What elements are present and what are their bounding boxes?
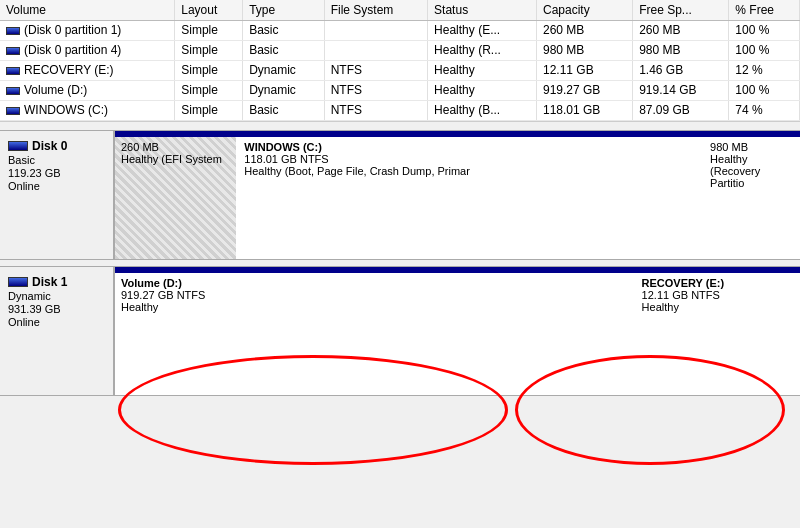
cell-free: 919.14 GB — [633, 80, 729, 100]
partition-name: WINDOWS (C:) — [244, 141, 696, 153]
disk-label-disk1: Disk 1Dynamic931.39 GBOnline — [0, 267, 115, 395]
col-free[interactable]: Free Sp... — [633, 0, 729, 20]
cell-free: 980 MB — [633, 40, 729, 60]
disk-row-icon — [6, 47, 20, 55]
cell-status: Healthy — [428, 80, 537, 100]
cell-free: 87.09 GB — [633, 100, 729, 120]
cell-volume: (Disk 0 partition 4) — [0, 40, 175, 60]
partition-disk0-p2[interactable]: WINDOWS (C:)118.01 GB NTFSHealthy (Boot,… — [238, 137, 704, 259]
col-type[interactable]: Type — [243, 0, 325, 20]
cell-capacity: 12.11 GB — [537, 60, 633, 80]
partition-name: RECOVERY (E:) — [642, 277, 792, 289]
cell-type: Dynamic — [243, 60, 325, 80]
partition-disk0-p3[interactable]: 980 MBHealthy (Recovery Partitio — [704, 137, 800, 259]
partition-status: Healthy — [121, 301, 628, 313]
cell-percent: 100 % — [729, 80, 800, 100]
partitions-bar: 260 MBHealthy (EFI SystemWINDOWS (C:)118… — [115, 137, 800, 259]
cell-capacity: 919.27 GB — [537, 80, 633, 100]
col-capacity[interactable]: Capacity — [537, 0, 633, 20]
col-percent[interactable]: % Free — [729, 0, 800, 20]
table-row[interactable]: Volume (D:)SimpleDynamicNTFSHealthy919.2… — [0, 80, 800, 100]
cell-percent: 100 % — [729, 20, 800, 40]
table-row[interactable]: WINDOWS (C:)SimpleBasicNTFSHealthy (B...… — [0, 100, 800, 120]
cell-volume: Volume (D:) — [0, 80, 175, 100]
cell-filesystem: NTFS — [324, 80, 427, 100]
partition-status: Healthy — [642, 301, 792, 313]
partition-size: 118.01 GB NTFS — [244, 153, 696, 165]
cell-volume: WINDOWS (C:) — [0, 100, 175, 120]
table-row[interactable]: RECOVERY (E:)SimpleDynamicNTFSHealthy12.… — [0, 60, 800, 80]
col-volume[interactable]: Volume — [0, 0, 175, 20]
col-filesystem[interactable]: File System — [324, 0, 427, 20]
cell-layout: Simple — [175, 20, 243, 40]
partition-status: Healthy (Recovery Partitio — [710, 153, 792, 189]
disk-type-text: Dynamic — [8, 290, 105, 302]
cell-free: 260 MB — [633, 20, 729, 40]
disk-table: Volume Layout Type File System Status Ca… — [0, 0, 800, 121]
cell-capacity: 980 MB — [537, 40, 633, 60]
cell-filesystem: NTFS — [324, 100, 427, 120]
disk-row-disk1: Disk 1Dynamic931.39 GBOnlineVolume (D:)9… — [0, 266, 800, 396]
disk-partitions-disk1: Volume (D:)919.27 GB NTFSHealthyRECOVERY… — [115, 267, 800, 395]
cell-layout: Simple — [175, 40, 243, 60]
disk-label-disk0: Disk 0Basic119.23 GBOnline — [0, 131, 115, 259]
partition-size: 919.27 GB NTFS — [121, 289, 628, 301]
cell-status: Healthy — [428, 60, 537, 80]
cell-volume: (Disk 0 partition 1) — [0, 20, 175, 40]
col-status[interactable]: Status — [428, 0, 537, 20]
cell-type: Basic — [243, 20, 325, 40]
partition-size: 260 MB — [121, 141, 230, 153]
cell-layout: Simple — [175, 100, 243, 120]
disk-icon-disk0 — [8, 141, 28, 151]
cell-type: Basic — [243, 40, 325, 60]
disk-name-disk0: Disk 0 — [8, 139, 105, 153]
cell-capacity: 118.01 GB — [537, 100, 633, 120]
cell-layout: Simple — [175, 60, 243, 80]
disk-name-disk1: Disk 1 — [8, 275, 105, 289]
disk-row-icon — [6, 67, 20, 75]
partition-disk0-p1[interactable]: 260 MBHealthy (EFI System — [115, 137, 238, 259]
cell-percent: 100 % — [729, 40, 800, 60]
disk-status-text: Online — [8, 180, 105, 192]
cell-type: Dynamic — [243, 80, 325, 100]
disk-type-text: Basic — [8, 154, 105, 166]
partition-name: Volume (D:) — [121, 277, 628, 289]
cell-status: Healthy (E... — [428, 20, 537, 40]
partition-status: Healthy (EFI System — [121, 153, 230, 165]
disk-partitions-disk0: 260 MBHealthy (EFI SystemWINDOWS (C:)118… — [115, 131, 800, 259]
col-layout[interactable]: Layout — [175, 0, 243, 20]
disk-status-text: Online — [8, 316, 105, 328]
cell-filesystem — [324, 40, 427, 60]
cell-filesystem — [324, 20, 427, 40]
disk-row-icon — [6, 107, 20, 115]
disk-map-section: Disk 0Basic119.23 GBOnline260 MBHealthy … — [0, 122, 800, 432]
disk-row-disk0: Disk 0Basic119.23 GBOnline260 MBHealthy … — [0, 130, 800, 260]
table-row[interactable]: (Disk 0 partition 4)SimpleBasicHealthy (… — [0, 40, 800, 60]
partition-disk1-p2[interactable]: RECOVERY (E:)12.11 GB NTFSHealthy — [636, 273, 800, 395]
cell-free: 1.46 GB — [633, 60, 729, 80]
partition-size: 980 MB — [710, 141, 792, 153]
table-row[interactable]: (Disk 0 partition 1)SimpleBasicHealthy (… — [0, 20, 800, 40]
disk-row-icon — [6, 27, 20, 35]
disk-size-text: 119.23 GB — [8, 167, 105, 179]
cell-capacity: 260 MB — [537, 20, 633, 40]
partition-disk1-p1[interactable]: Volume (D:)919.27 GB NTFSHealthy — [115, 273, 636, 395]
partition-size: 12.11 GB NTFS — [642, 289, 792, 301]
cell-filesystem: NTFS — [324, 60, 427, 80]
top-section: Volume Layout Type File System Status Ca… — [0, 0, 800, 122]
cell-percent: 12 % — [729, 60, 800, 80]
disk-icon-disk1 — [8, 277, 28, 287]
cell-status: Healthy (R... — [428, 40, 537, 60]
cell-percent: 74 % — [729, 100, 800, 120]
partition-status: Healthy (Boot, Page File, Crash Dump, Pr… — [244, 165, 696, 177]
cell-status: Healthy (B... — [428, 100, 537, 120]
disk-size-text: 931.39 GB — [8, 303, 105, 315]
disk-name-text: Disk 0 — [32, 139, 67, 153]
partitions-bar: Volume (D:)919.27 GB NTFSHealthyRECOVERY… — [115, 273, 800, 395]
disk-name-text: Disk 1 — [32, 275, 67, 289]
cell-layout: Simple — [175, 80, 243, 100]
cell-type: Basic — [243, 100, 325, 120]
disk-row-icon — [6, 87, 20, 95]
cell-volume: RECOVERY (E:) — [0, 60, 175, 80]
